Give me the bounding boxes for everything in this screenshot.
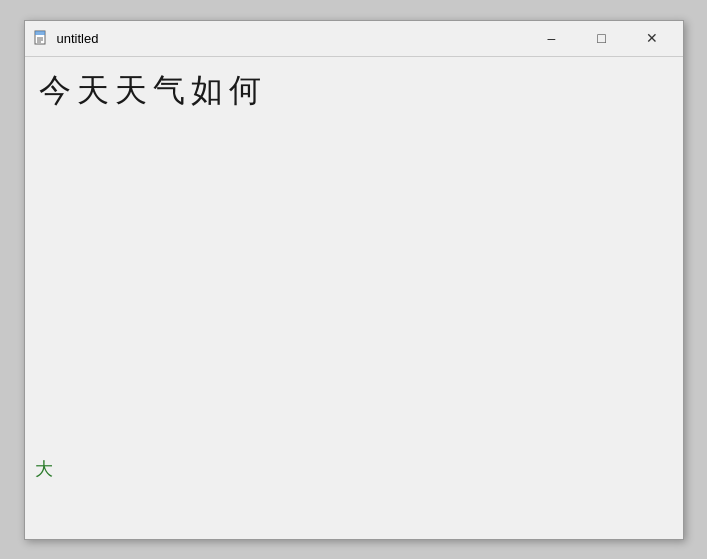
- maximize-button[interactable]: □: [579, 23, 625, 53]
- main-text-content: 今天天气如何: [39, 69, 267, 113]
- document-icon: [33, 30, 49, 46]
- cursor-character: 大: [35, 457, 53, 481]
- window-controls: – □ ✕: [529, 23, 675, 53]
- window-title: untitled: [57, 31, 529, 46]
- close-button[interactable]: ✕: [629, 23, 675, 53]
- title-bar: untitled – □ ✕: [25, 21, 683, 57]
- minimize-button[interactable]: –: [529, 23, 575, 53]
- content-area[interactable]: 今天天气如何 大: [25, 57, 683, 539]
- app-window: untitled – □ ✕ 今天天气如何 大: [24, 20, 684, 540]
- svg-rect-1: [35, 31, 45, 35]
